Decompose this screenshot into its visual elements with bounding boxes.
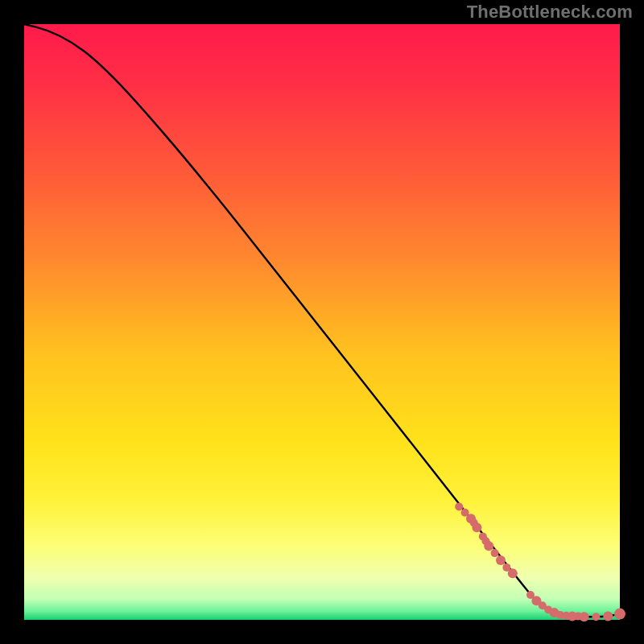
data-marker xyxy=(484,541,493,551)
bottleneck-chart xyxy=(0,0,644,644)
data-marker xyxy=(472,522,481,532)
data-marker xyxy=(455,502,463,510)
data-marker xyxy=(580,612,589,621)
data-marker xyxy=(603,612,613,621)
data-marker xyxy=(491,549,499,557)
chart-frame: TheBottleneck.com xyxy=(0,0,644,644)
data-marker xyxy=(496,555,506,565)
data-marker xyxy=(592,613,600,621)
data-marker xyxy=(614,609,625,620)
data-marker xyxy=(508,568,518,578)
plot-background xyxy=(24,24,620,620)
